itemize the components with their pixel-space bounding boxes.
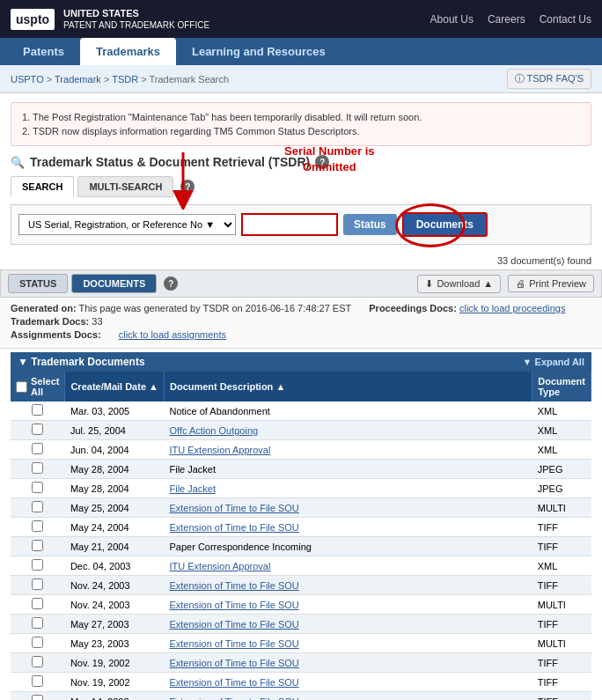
- row-description[interactable]: Extension of Time to File SOU: [164, 615, 532, 634]
- row-type: XML: [532, 440, 591, 460]
- table-row: May 28, 2004 File Jacket JPEG: [11, 479, 591, 498]
- row-description[interactable]: Extension of Time to File SOU: [164, 518, 532, 537]
- doc-link[interactable]: Extension of Time to File SOU: [169, 503, 298, 513]
- doc-tabs-bar: STATUS DOCUMENTS ? ⬇ Download ▲ 🖨 Print …: [0, 269, 602, 298]
- desc-header[interactable]: Document Description ▲: [164, 372, 532, 402]
- doc-link[interactable]: Extension of Time to File SOU: [169, 658, 298, 668]
- doc-link[interactable]: ITU Extension Approval: [169, 561, 270, 571]
- doc-link[interactable]: File Jacket: [169, 483, 216, 494]
- alert-box: 1. The Post Registration "Maintenance Ta…: [11, 102, 591, 146]
- row-checkbox[interactable]: [32, 598, 43, 609]
- table-row: Jun. 04, 2004 ITU Extension Approval XML: [11, 440, 591, 460]
- row-checkbox[interactable]: [32, 520, 43, 532]
- row-checkbox-cell: [11, 692, 65, 700]
- breadcrumb-tsdr[interactable]: TSDR: [112, 74, 138, 85]
- row-type: XML: [532, 402, 591, 421]
- row-checkbox[interactable]: [32, 424, 43, 435]
- breadcrumb-uspto[interactable]: USPTO: [11, 74, 44, 85]
- row-type: TIFF: [532, 653, 591, 673]
- row-description[interactable]: Extension of Time to File SOU: [164, 653, 532, 673]
- row-checkbox[interactable]: [32, 578, 43, 590]
- row-checkbox[interactable]: [32, 617, 43, 629]
- proceedings-link[interactable]: click to load proceedings: [459, 303, 565, 313]
- doc-link[interactable]: Offc Action Outgoing: [169, 425, 258, 436]
- tab-trademarks[interactable]: Trademarks: [80, 38, 176, 65]
- row-description[interactable]: Extension of Time to File SOU: [164, 692, 532, 700]
- tab-status[interactable]: STATUS: [8, 274, 68, 293]
- magnifier-icon: 🔍: [11, 156, 25, 169]
- alert-2: 2. TSDR now displays information regardi…: [22, 124, 580, 138]
- row-checkbox[interactable]: [32, 637, 43, 648]
- table-body: Mar. 03, 2005 Notice of Abandonment XML …: [11, 402, 591, 700]
- row-checkbox[interactable]: [32, 675, 43, 687]
- doc-link[interactable]: Extension of Time to File SOU: [169, 580, 298, 591]
- search-help-icon[interactable]: ?: [180, 180, 195, 194]
- row-description[interactable]: Extension of Time to File SOU: [164, 673, 532, 692]
- doc-link[interactable]: Extension of Time to File SOU: [169, 522, 298, 533]
- meta-row-1: Generated on: This page was generated by…: [11, 303, 591, 313]
- row-checkbox[interactable]: [32, 443, 43, 454]
- search-title: 🔍 Trademark Status & Document Retrieval …: [11, 155, 591, 169]
- download-button[interactable]: ⬇ Download ▲: [417, 275, 501, 293]
- status-button[interactable]: Status: [343, 214, 397, 235]
- row-description[interactable]: ITU Extension Approval: [164, 440, 532, 460]
- contact-us-link[interactable]: Contact Us: [540, 13, 591, 26]
- tab-search[interactable]: SEARCH: [11, 176, 74, 197]
- search-type-select[interactable]: US Serial, Registration, or Reference No…: [18, 214, 236, 235]
- row-description[interactable]: ITU Extension Approval: [164, 556, 532, 576]
- doc-link[interactable]: Extension of Time to File SOU: [169, 638, 298, 649]
- help-icon[interactable]: ?: [315, 155, 329, 169]
- search-tabs: SEARCH MULTI-SEARCH ?: [11, 176, 591, 197]
- logo: uspto: [11, 9, 55, 30]
- tab-patents[interactable]: Patents: [7, 38, 80, 65]
- row-description[interactable]: Extension of Time to File SOU: [164, 595, 532, 615]
- about-us-link[interactable]: About Us: [430, 13, 474, 26]
- row-checkbox[interactable]: [32, 695, 43, 700]
- row-checkbox[interactable]: [32, 462, 43, 474]
- table-row: Nov. 19, 2002 Extension of Time to File …: [11, 673, 591, 692]
- doc-link[interactable]: Extension of Time to File SOU: [169, 600, 298, 610]
- row-checkbox[interactable]: [32, 540, 43, 551]
- tab-documents[interactable]: DOCUMENTS: [71, 274, 157, 293]
- row-checkbox[interactable]: [32, 482, 43, 493]
- row-checkbox[interactable]: [32, 501, 43, 512]
- row-description[interactable]: Offc Action Outgoing: [164, 421, 532, 440]
- select-all-checkbox[interactable]: [16, 381, 27, 393]
- row-checkbox-cell: [11, 556, 65, 576]
- row-date: May 27, 2003: [65, 615, 165, 634]
- doc-link[interactable]: Extension of Time to File SOU: [169, 696, 298, 700]
- doc-help-icon[interactable]: ?: [164, 276, 178, 291]
- doc-link[interactable]: ITU Extension Approval: [169, 445, 270, 455]
- doc-link[interactable]: Extension of Time to File SOU: [169, 677, 298, 688]
- row-checkbox-cell: [11, 653, 65, 673]
- row-date: May 21, 2004: [65, 537, 165, 556]
- doc-link[interactable]: Extension of Time to File SOU: [169, 619, 298, 630]
- row-checkbox[interactable]: [32, 404, 43, 416]
- careers-link[interactable]: Careers: [488, 13, 525, 26]
- search-input[interactable]: [241, 213, 338, 236]
- breadcrumb-trademark[interactable]: Trademark: [55, 74, 101, 85]
- tab-multi-search[interactable]: MULTI-SEARCH: [77, 176, 173, 197]
- row-date: Mar. 03, 2005: [65, 402, 165, 421]
- row-checkbox-cell: [11, 576, 65, 595]
- print-preview-button[interactable]: 🖨 Print Preview: [508, 275, 594, 292]
- row-checkbox-cell: [11, 673, 65, 692]
- row-checkbox-cell: [11, 518, 65, 537]
- row-date: May 28, 2004: [65, 460, 165, 479]
- assignments-link[interactable]: click to load assignments: [119, 329, 226, 340]
- tsdr-faq-button[interactable]: ⓘ TSDR FAQ'S: [507, 69, 591, 89]
- expand-all-button[interactable]: ▼ Expand All: [523, 357, 584, 367]
- documents-button[interactable]: Documents: [402, 212, 488, 237]
- row-description[interactable]: Extension of Time to File SOU: [164, 498, 532, 518]
- row-description[interactable]: Extension of Time to File SOU: [164, 576, 532, 595]
- row-checkbox[interactable]: [32, 656, 43, 667]
- tab-learning-resources[interactable]: Learning and Resources: [176, 38, 341, 65]
- row-description: Paper Correspondence Incoming: [164, 537, 532, 556]
- table-header-row: Select All Create/Mail Date ▲ Document D…: [11, 372, 591, 402]
- row-description[interactable]: File Jacket: [164, 479, 532, 498]
- table-row: May 25, 2004 Extension of Time to File S…: [11, 498, 591, 518]
- row-checkbox[interactable]: [32, 559, 43, 571]
- row-description[interactable]: Extension of Time to File SOU: [164, 634, 532, 653]
- date-header[interactable]: Create/Mail Date ▲: [65, 372, 165, 402]
- table-section-title: ▼ Trademark Documents ▼ Expand All: [11, 352, 591, 372]
